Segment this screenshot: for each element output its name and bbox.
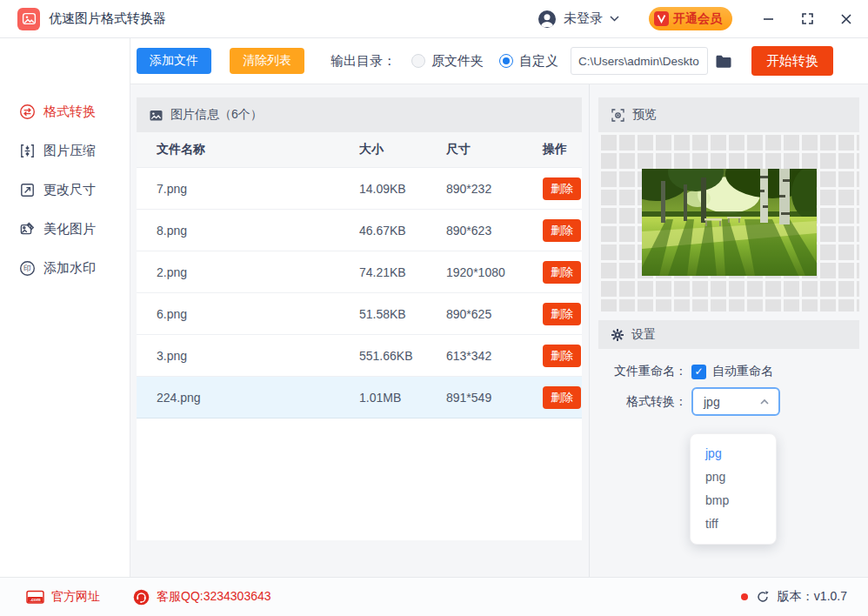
format-convert-icon xyxy=(19,104,36,120)
rename-label: 文件重命名： xyxy=(598,364,687,379)
file-name: 6.png xyxy=(157,307,359,321)
clear-list-button[interactable]: 清除列表 xyxy=(230,48,304,74)
file-size: 74.21KB xyxy=(359,265,446,279)
col-header-size: 大小 xyxy=(359,142,446,157)
format-option-tiff[interactable]: tiff xyxy=(691,512,776,536)
app-logo-icon xyxy=(17,8,40,30)
toolbar: 添加文件 清除列表 输出目录： 原文件夹 自定义 开始转换 xyxy=(130,38,868,84)
official-site-link[interactable]: .com 官方网址 xyxy=(26,589,100,605)
table-row[interactable]: 7.png 14.09KB 890*232 删除 xyxy=(137,168,582,210)
open-vip-button[interactable]: 开通会员 xyxy=(649,7,732,30)
footer: .com 官方网址 客服QQ:3234303643 版本：v1.0.7 xyxy=(0,577,868,616)
format-option-png[interactable]: png xyxy=(691,465,776,489)
sidebar-item-label: 添加水印 xyxy=(43,260,96,277)
browse-folder-button[interactable] xyxy=(715,54,732,69)
sidebar-item-label: 格式转换 xyxy=(43,104,96,120)
svg-text:印: 印 xyxy=(23,264,31,272)
format-select[interactable]: jpg xyxy=(691,387,780,416)
sidebar: 格式转换 图片压缩 更改尺寸 xyxy=(0,38,130,577)
radio-custom-folder[interactable] xyxy=(499,54,513,68)
folder-icon xyxy=(715,54,732,69)
start-convert-button[interactable]: 开始转换 xyxy=(751,46,833,76)
minimize-button[interactable] xyxy=(762,12,775,25)
sidebar-item-format-convert[interactable]: 格式转换 xyxy=(0,92,130,131)
radio-original-folder-label: 原文件夹 xyxy=(431,53,484,70)
col-header-dims: 尺寸 xyxy=(446,142,543,157)
check-update-icon[interactable] xyxy=(756,590,770,604)
headset-icon xyxy=(133,589,150,606)
preview-icon xyxy=(611,108,625,123)
file-name: 8.png xyxy=(157,224,359,238)
file-size: 1.01MB xyxy=(359,391,446,405)
delete-button[interactable]: 删除 xyxy=(543,177,581,200)
file-dims: 890*623 xyxy=(446,224,543,238)
table-header-row: 文件名称 大小 尺寸 操作 xyxy=(137,132,582,168)
sidebar-item-label: 图片压缩 xyxy=(43,143,96,159)
format-select-value: jpg xyxy=(704,395,720,409)
file-size: 51.58KB xyxy=(359,307,446,321)
website-icon: .com xyxy=(26,590,44,605)
app-title: 优速图片格式转换器 xyxy=(49,10,166,27)
file-size: 14.09KB xyxy=(359,182,446,196)
image-info-icon xyxy=(149,108,164,123)
file-name: 2.png xyxy=(157,265,359,279)
preview-header: 预览 xyxy=(598,97,859,132)
output-path-input[interactable] xyxy=(571,47,708,75)
file-dims: 891*549 xyxy=(446,391,543,405)
file-name: 224.png xyxy=(157,391,359,405)
vip-button-label: 开通会员 xyxy=(673,11,722,27)
auto-rename-label: 自动重命名 xyxy=(712,364,773,379)
avatar-icon xyxy=(537,10,557,29)
file-name: 3.png xyxy=(157,349,359,363)
file-table-panel: 图片信息（6个） 文件名称 大小 尺寸 操作 7.png 14.09KB 890… xyxy=(137,97,582,540)
login-status-label: 未登录 xyxy=(564,10,603,27)
radio-original-folder[interactable] xyxy=(411,54,425,68)
gear-icon xyxy=(611,328,624,342)
watermark-icon: 印 xyxy=(19,260,36,277)
format-label: 格式转换： xyxy=(598,394,687,410)
col-header-action: 操作 xyxy=(543,142,582,157)
file-dims: 1920*1080 xyxy=(446,265,543,279)
preview-image[interactable] xyxy=(642,169,817,276)
format-option-bmp[interactable]: bmp xyxy=(691,489,776,512)
table-section-title: 图片信息（6个） xyxy=(170,107,263,123)
delete-button[interactable]: 删除 xyxy=(543,345,581,367)
table-row[interactable]: 6.png 51.58KB 890*625 删除 xyxy=(137,293,582,335)
table-row-selected[interactable]: 224.png 1.01MB 891*549 删除 xyxy=(137,377,582,418)
settings-title: 设置 xyxy=(631,327,656,343)
delete-button[interactable]: 删除 xyxy=(543,386,581,409)
status-dot xyxy=(741,593,748,600)
sidebar-item-beautify[interactable]: 美化图片 xyxy=(0,210,130,249)
format-option-jpg[interactable]: jpg xyxy=(691,442,776,465)
file-name: 7.png xyxy=(157,182,359,196)
close-button[interactable] xyxy=(840,13,852,25)
image-compress-icon xyxy=(19,143,36,159)
auto-rename-checkbox[interactable]: ✓ xyxy=(691,365,706,379)
transparency-checkerboard xyxy=(598,132,859,311)
svg-text:.com: .com xyxy=(30,597,40,602)
vip-badge-icon xyxy=(654,11,669,26)
col-header-name: 文件名称 xyxy=(157,142,359,157)
file-dims: 613*342 xyxy=(446,349,543,363)
delete-button[interactable]: 删除 xyxy=(543,261,581,284)
sidebar-item-label: 更改尺寸 xyxy=(43,182,96,198)
maximize-button[interactable] xyxy=(801,12,814,25)
login-menu[interactable]: 未登录 xyxy=(537,10,619,29)
sidebar-item-image-compress[interactable]: 图片压缩 xyxy=(0,131,130,171)
delete-button[interactable]: 删除 xyxy=(543,303,581,325)
table-row[interactable]: 3.png 551.66KB 613*342 删除 xyxy=(137,335,582,377)
sidebar-item-resize[interactable]: 更改尺寸 xyxy=(0,171,130,210)
sidebar-item-watermark[interactable]: 印 添加水印 xyxy=(0,249,130,288)
customer-service-link[interactable]: 客服QQ:3234303643 xyxy=(133,589,271,606)
file-dims: 890*625 xyxy=(446,307,543,321)
version-label: 版本：v1.0.7 xyxy=(778,589,847,605)
settings-header: 设置 xyxy=(598,320,859,349)
file-size: 551.66KB xyxy=(359,349,446,363)
delete-button[interactable]: 删除 xyxy=(543,219,581,242)
add-files-button[interactable]: 添加文件 xyxy=(137,48,211,74)
official-site-label: 官方网址 xyxy=(51,589,100,605)
table-empty-area xyxy=(137,418,582,540)
preview-title: 预览 xyxy=(632,107,657,123)
table-row[interactable]: 2.png 74.21KB 1920*1080 删除 xyxy=(137,251,582,293)
table-row[interactable]: 8.png 46.67KB 890*623 删除 xyxy=(137,210,582,251)
